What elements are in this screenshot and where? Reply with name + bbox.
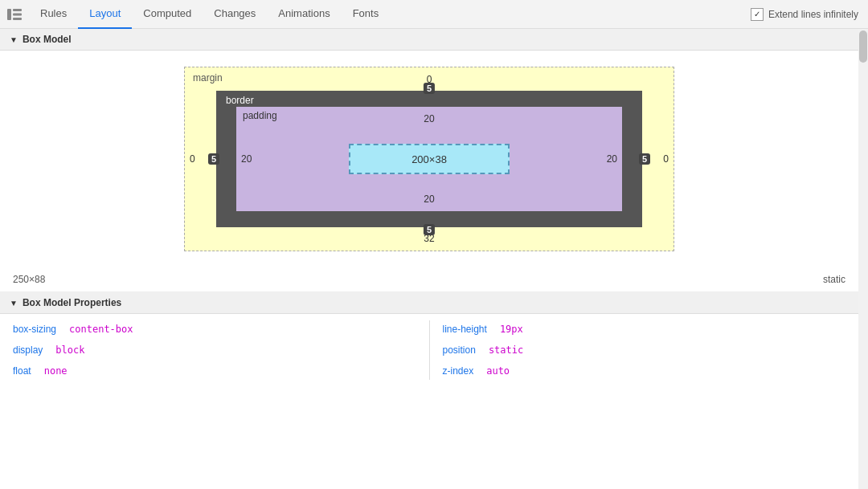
prop-value-position: static [489,341,530,359]
properties-grid: box-sizing content-box display block flo… [0,314,858,386]
layout-panel: ▼ Box Model margin 0 0 0 32 border 5 5 [0,29,858,489]
box-model-properties-title: Box Model Properties [23,297,121,308]
scrollbar-thumb[interactable] [859,31,867,63]
box-model-diagram: margin 0 0 0 32 border 5 5 5 5 paddi [0,51,858,267]
border-left-value: 5 [208,153,219,165]
prop-value-line-height: 19px [500,320,530,338]
padding-label: padding [243,110,277,121]
prop-row-float: float none [13,362,416,380]
prop-row-box-sizing: box-sizing content-box [13,320,416,338]
padding-top-value: 20 [424,113,434,124]
box-diagram: margin 0 0 0 32 border 5 5 5 5 paddi [184,67,674,251]
prop-name-line-height: line-height [443,320,493,338]
properties-right-column: line-height 19px position static z-index… [443,320,846,380]
element-position-value: static [823,274,845,285]
border-right-value: 5 [639,153,650,165]
prop-name-z-index: z-index [443,362,481,380]
prop-name-display: display [13,341,49,359]
prop-name-float: float [13,362,38,380]
padding-left-value: 20 [241,153,252,165]
panel-toggle-button[interactable] [3,3,26,26]
prop-row-z-index: z-index auto [443,362,846,380]
svg-rect-0 [7,9,11,20]
margin-box: margin 0 0 0 32 border 5 5 5 5 paddi [184,67,674,251]
tab-fonts[interactable]: Fonts [342,0,391,29]
padding-right-value: 20 [607,153,617,165]
padding-bottom-value: 20 [424,194,434,205]
tab-animations[interactable]: Animations [267,0,341,29]
prop-row-display: display block [13,341,416,359]
extend-lines-checkbox[interactable]: ✓ [751,8,764,21]
box-model-properties-section-header[interactable]: ▼ Box Model Properties [0,292,858,314]
tab-computed[interactable]: Computed [132,0,203,29]
extend-lines-label: Extend lines infinitely [768,9,858,20]
padding-box: padding 20 20 20 20 200×38 [236,107,622,211]
element-size-line: 250×88 static [0,267,858,292]
element-size-value: 250×88 [13,274,45,285]
prop-row-position: position static [443,341,846,359]
content-size-label: 200×38 [411,153,447,165]
margin-left-value: 0 [190,153,195,165]
prop-name-position: position [443,341,482,359]
svg-rect-1 [13,9,22,11]
extend-lines-area: ✓ Extend lines infinitely [751,8,865,21]
svg-rect-3 [13,18,22,20]
box-model-section-header[interactable]: ▼ Box Model [0,29,858,51]
tab-changes[interactable]: Changes [203,0,267,29]
box-model-props-triangle-icon: ▼ [10,299,18,308]
tab-rules[interactable]: Rules [29,0,78,29]
properties-divider [429,320,430,380]
margin-label: margin [193,72,223,84]
border-top-value: 5 [424,83,435,94]
border-box: border 5 5 5 5 padding 20 20 20 20 [216,91,642,227]
prop-value-box-sizing: content-box [69,320,139,338]
box-model-title: Box Model [23,34,72,45]
prop-name-box-sizing: box-sizing [13,320,63,338]
prop-row-line-height: line-height 19px [443,320,846,338]
border-label: border [223,94,257,107]
tab-bar: Rules Layout Computed Changes Animations… [0,0,868,29]
border-bottom-value: 5 [424,224,435,235]
margin-right-value: 0 [663,153,669,165]
content-box: 200×38 [349,144,510,174]
box-model-triangle-icon: ▼ [10,35,18,44]
prop-value-z-index: auto [486,362,516,380]
properties-left-column: box-sizing content-box display block flo… [13,320,416,380]
tab-layout[interactable]: Layout [78,0,132,29]
main-content: ▼ Box Model margin 0 0 0 32 border 5 5 [0,29,868,489]
prop-value-display: block [55,341,91,359]
prop-value-float: none [44,362,74,380]
scrollbar[interactable] [858,29,868,489]
svg-rect-2 [13,13,22,15]
